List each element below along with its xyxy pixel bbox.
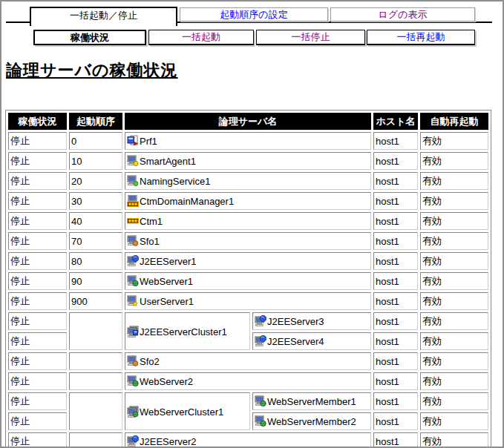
server-name-cell: Sfo1 [125,232,371,250]
subtab-batch-stop[interactable]: 一括停止 [256,30,365,45]
status-cell: 停止 [8,392,67,410]
member-name-label: J2EEServer3 [267,316,324,327]
host-name-cell: host1 [373,252,418,270]
auto-restart-cell: 有効 [420,432,488,448]
status-cell: 停止 [8,432,67,448]
server-name-cell: Prf1 [125,132,371,150]
j2ee-server-icon [127,255,139,267]
server-name-cell: J2EEServer4 [252,332,371,350]
server-name-label: CtmDomainManager1 [140,196,234,207]
auto-restart-cell: 有効 [420,212,488,230]
server-name-label: Sfo2 [140,356,160,367]
host-name-cell: host1 [373,232,418,250]
server-name-cell: UserServer1 [125,292,371,310]
server-status-table: 稼働状況 起動順序 論理サーバ名 ホスト名 自動再起動 停止0Prf1host1… [5,110,491,448]
auto-restart-cell: 有効 [420,312,488,330]
j2ee-server-icon [127,435,139,447]
server-name-label: UserServer1 [140,296,194,307]
table-row: 停止J2EEServerCluster1J2EEServer3host1有効 [8,312,488,330]
server-name-cell: J2EEServer1 [125,252,371,270]
table-row: 停止900UserServer1host1有効 [8,292,488,310]
host-name-cell: host1 [373,172,418,190]
auto-restart-cell: 有効 [420,132,488,150]
prf-icon [127,135,139,147]
ctm-icon [127,215,139,227]
host-name-cell: host1 [373,312,418,330]
start-order-cell: 10 [69,152,122,170]
start-order-cell: 30 [69,192,122,210]
status-cell: 停止 [8,192,67,210]
cluster-name-label: J2EEServerCluster1 [140,326,227,337]
tab-log-display[interactable]: ログの表示 [330,7,475,22]
server-name-label: SmartAgent1 [140,156,196,167]
auto-restart-cell: 有効 [420,352,488,370]
server-name-cell: WebServer2 [125,372,371,390]
auto-restart-cell: 有効 [420,152,488,170]
status-cell: 停止 [8,152,67,170]
status-cell: 停止 [8,272,67,290]
auto-restart-cell: 有効 [420,232,488,250]
server-name-cell: SmartAgent1 [125,152,371,170]
auto-restart-cell: 有効 [420,292,488,310]
host-name-cell: host1 [373,352,418,370]
col-header-host-name: ホスト名 [373,113,418,130]
table-row: 停止0Prf1host1有効 [8,132,488,150]
page-title: 論理サーバの稼働状況 [6,59,503,82]
subtab-batch-restart[interactable]: 一括再起動 [367,30,475,45]
server-name-cell: Ctm1 [125,212,371,230]
table-row: 停止30CtmDomainManager1host1有効 [8,192,488,210]
table-row: 停止Sfo2host1有効 [8,352,488,370]
j2ee-cluster-icon [127,326,139,337]
host-name-cell: host1 [373,292,418,310]
subtab-operation-status[interactable]: 稼働状況 [33,30,146,45]
status-cell: 停止 [8,212,67,230]
host-name-cell: host1 [373,212,418,230]
tab-start-order-settings[interactable]: 起動順序の設定 [180,7,328,22]
table-row: 停止10SmartAgent1host1有効 [8,152,488,170]
start-order-cell [69,392,122,430]
start-order-cell: 80 [69,252,122,270]
status-cell: 停止 [8,352,67,370]
j2ee-server-icon [255,335,266,347]
host-name-cell: host1 [373,192,418,210]
status-cell: 停止 [8,312,67,330]
host-name-cell: host1 [373,132,418,150]
user-server-icon [127,295,139,307]
server-name-cell: NamingService1 [125,172,371,190]
member-name-label: WebServerMember2 [267,416,356,427]
table-row: 停止20NamingService1host1有効 [8,172,488,190]
smart-agent-icon [127,155,139,167]
server-name-label: WebServer1 [140,276,193,287]
server-name-label: J2EEServer1 [140,256,197,267]
navigation-header: 一括起動／停止 起動順序の設定 ログの表示 稼働状況 一括起動 一括停止 一括再… [1,1,503,50]
host-name-cell: host1 [373,392,418,410]
web-server-icon [255,395,266,407]
table-row: 停止WebServer2host1有効 [8,372,488,390]
app-window: 一括起動／停止 起動順序の設定 ログの表示 稼働状況 一括起動 一括停止 一括再… [0,0,504,448]
start-order-cell: 40 [69,212,122,230]
table-header-row: 稼働状況 起動順序 論理サーバ名 ホスト名 自動再起動 [8,113,488,130]
col-header-logical-server-name: 論理サーバ名 [125,113,371,130]
server-name-label: Ctm1 [140,216,163,227]
sfo-icon [127,355,139,367]
col-header-status: 稼働状況 [8,113,67,130]
subtab-batch-start[interactable]: 一括起動 [148,30,254,45]
server-name-cell: Sfo2 [125,352,371,370]
status-cell: 停止 [8,232,67,250]
auto-restart-cell: 有効 [420,192,488,210]
col-header-auto-restart: 自動再起動 [420,113,488,130]
host-name-cell: host1 [373,272,418,290]
host-name-cell: host1 [373,432,418,448]
start-order-cell [69,312,122,350]
ctm-domain-manager-icon [127,195,139,207]
server-name-label: WebServer2 [140,376,193,387]
tab-batch-start-stop[interactable]: 一括起動／停止 [30,7,177,26]
start-order-cell: 20 [69,172,122,190]
server-name-label: Sfo1 [140,236,160,247]
start-order-cell: 70 [69,232,122,250]
server-name-cell: J2EEServer3 [252,312,371,330]
status-cell: 停止 [8,252,67,270]
auto-restart-cell: 有効 [420,252,488,270]
auto-restart-cell: 有効 [420,172,488,190]
status-cell: 停止 [8,332,67,350]
